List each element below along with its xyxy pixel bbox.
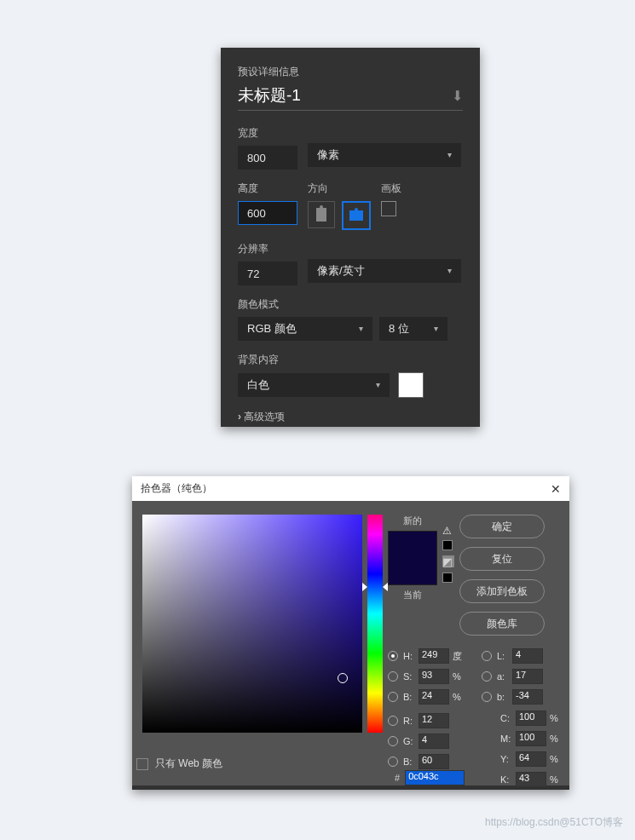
a-radio[interactable] [482,671,492,682]
landscape-icon [349,210,363,221]
ok-button[interactable]: 确定 [459,515,545,538]
color-lib-button[interactable]: 颜色库 [459,612,545,636]
h-label: H: [403,651,415,661]
bit-depth-select[interactable]: 8 位 ▾ [379,317,447,341]
bg-label: 背景内容 [238,353,463,367]
new-color-label: 新的 [403,515,422,527]
hex-input[interactable]: 0c043c [405,770,465,785]
hsb-rgb-group: H:249度 S:93% B:24% R:12 G:4 B:60 [388,646,465,772]
bit-depth-value: 8 位 [389,317,409,341]
width-unit-value: 像素 [317,143,339,167]
gamut-swatch[interactable] [442,540,453,550]
chevron-down-icon: ▾ [359,317,363,341]
r-label: R: [403,716,415,726]
a-input[interactable]: 17 [512,669,543,684]
hex-label: # [395,773,400,783]
advanced-toggle[interactable]: 高级选项 [238,410,463,424]
bl-radio[interactable] [388,757,398,767]
cube-icon[interactable]: ◩ [442,555,454,567]
k-input[interactable]: 43 [516,772,546,787]
b-unit: % [453,692,465,702]
color-mode-value: RGB 颜色 [247,317,297,341]
download-icon[interactable]: ⬇ [452,88,463,104]
current-color-label: 当前 [403,589,422,601]
h-input[interactable]: 249 [419,648,449,664]
orientation-portrait-button[interactable] [308,201,335,228]
add-swatch-button[interactable]: 添加到色板 [459,579,545,603]
orientation-landscape-button[interactable] [342,201,371,230]
resolution-unit-select[interactable]: 像素/英寸 ▾ [308,259,461,283]
saturation-value-field[interactable] [142,515,362,733]
h-unit: 度 [453,650,465,663]
width-unit-select[interactable]: 像素 ▾ [308,143,461,167]
resolution-input[interactable]: 72 [238,262,297,285]
lab-b-radio[interactable] [482,692,492,702]
doc-name-input[interactable]: 未标题-1 [238,84,301,106]
websafe-swatch[interactable] [442,572,453,583]
new-color-swatch [389,532,436,558]
picker-title: 拾色器（纯色） [141,481,212,496]
l-radio[interactable] [482,651,492,661]
width-label: 宽度 [238,126,297,141]
current-color-swatch[interactable] [389,558,436,584]
color-mode-label: 颜色模式 [238,297,463,312]
new-doc-panel: 预设详细信息 未标题-1 ⬇ 宽度 800 像素 ▾ 高度 600 方向 [221,48,480,427]
chevron-down-icon: ▾ [447,259,452,283]
resolution-label: 分辨率 [238,242,297,256]
gamut-warning-icon[interactable]: ⚠ [442,525,453,535]
s-unit: % [453,671,465,682]
hue-pointer-icon [383,583,388,591]
close-icon[interactable]: ✕ [551,482,561,496]
hue-pointer-icon [362,583,367,591]
chevron-down-icon: ▾ [376,373,380,397]
s-input[interactable]: 93 [419,669,449,684]
bl-input[interactable]: 60 [419,754,449,769]
bg-value: 白色 [247,373,269,397]
a-label: a: [497,671,509,682]
b-radio[interactable] [388,692,398,702]
g-radio[interactable] [388,736,398,746]
g-label: G: [403,736,415,746]
height-label: 高度 [238,181,297,196]
web-only-checkbox[interactable] [136,758,148,770]
cmyk-group: C:100% M:100% Y:64% K:43% [500,708,562,790]
artboard-label: 画板 [381,181,401,196]
lab-b-input[interactable]: -34 [512,689,543,705]
sv-cursor-icon [338,673,348,683]
orientation-label: 方向 [308,181,371,196]
chevron-down-icon: ▾ [434,317,438,341]
portrait-icon [316,208,326,222]
artboard-checkbox[interactable] [381,201,396,216]
height-input[interactable]: 600 [238,201,297,225]
color-mode-select[interactable]: RGB 颜色 ▾ [238,317,372,341]
b-label: B: [403,692,415,702]
lab-b-label: b: [497,692,509,702]
bg-select[interactable]: 白色 ▾ [238,373,390,397]
resolution-unit-value: 像素/英寸 [317,259,365,283]
width-input[interactable]: 800 [238,146,297,170]
y-label: Y: [500,754,512,764]
reset-button[interactable]: 复位 [459,547,545,571]
chevron-down-icon: ▾ [447,143,452,167]
color-preview [388,531,437,585]
m-label: M: [500,734,512,744]
bg-swatch[interactable] [398,372,424,398]
l-label: L: [497,651,509,661]
c-label: C: [500,713,512,723]
b-input[interactable]: 24 [419,689,449,705]
r-radio[interactable] [388,716,398,726]
g-input[interactable]: 4 [419,734,449,749]
r-input[interactable]: 12 [419,713,449,728]
bl-label: B: [403,757,415,767]
web-only-label: 只有 Web 颜色 [155,757,222,771]
hue-slider[interactable] [367,515,383,733]
l-input[interactable]: 4 [512,648,543,664]
preset-section-label: 预设详细信息 [238,65,463,79]
y-input[interactable]: 64 [516,751,546,767]
s-label: S: [403,671,415,682]
c-input[interactable]: 100 [516,711,546,726]
h-radio[interactable] [388,651,398,661]
k-label: K: [500,774,512,785]
s-radio[interactable] [388,671,398,682]
m-input[interactable]: 100 [516,731,546,746]
